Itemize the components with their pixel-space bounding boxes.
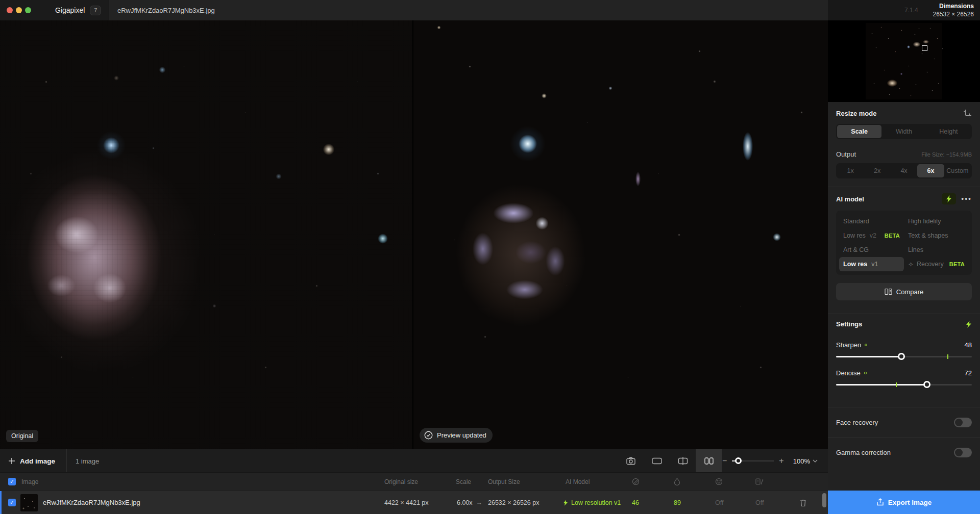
filename-tab[interactable]: eRwJfMKrZdaoR7JMgNb3xE.jpg [109,0,828,20]
scale-option-6x[interactable]: 6x [917,164,944,177]
slider-handle[interactable] [735,457,742,464]
trash-icon [799,499,807,507]
crop-icon[interactable] [963,109,972,118]
split-view-button[interactable] [670,449,696,473]
preview-canvas: Original Preview updated [0,20,828,449]
original-badge-label: Original [11,432,33,440]
scale-option-custom[interactable]: Custom [944,164,971,177]
scale-option-4x[interactable]: 4x [891,164,917,177]
sharpen-value: 48 [965,341,972,349]
tab-scale[interactable]: Scale [837,125,881,138]
tab-width[interactable]: Width [881,125,926,138]
slider-fill [836,384,927,386]
row-thumbnail [20,494,38,511]
tab-height[interactable]: Height [926,125,971,138]
denoise-slider-group: Denoise 72 [828,369,980,388]
denoise-value: 72 [965,369,972,377]
zoom-out-button[interactable]: − [722,456,727,466]
zoom-slider[interactable] [732,457,774,465]
divider [828,187,980,187]
ai-model-value: Low resolution v1 [571,499,621,506]
preview-updated-label: Preview updated [437,431,486,439]
model-low-res-v2[interactable]: Low res v2 BETA [839,228,904,243]
plus-icon [8,457,15,465]
zoom-level-dropdown[interactable]: 100% [793,457,818,465]
close-window-button[interactable] [7,7,13,13]
model-high-fidelity[interactable]: High fidelity [904,214,969,228]
navigator[interactable] [828,20,980,102]
denoise-slider[interactable] [836,381,972,388]
row-face-recovery: Off [715,491,723,514]
arrow-right-icon: → [476,499,483,506]
gamma-correction-row: Gamma correction [828,438,980,467]
column-original-size: Original size [384,473,418,491]
resize-mode-tabs: Scale Width Height [836,124,972,139]
list-scrollbar[interactable] [822,493,826,507]
model-label: Lines [908,246,923,253]
panel-body: Resize mode Scale Width Height Output Fi… [828,102,980,514]
selected-row-indicator [0,491,2,514]
zoom-level-value: 100% [793,457,810,465]
sharpen-label: Sharpen [836,341,861,349]
more-options-icon[interactable]: ••• [961,196,972,201]
row-ai-model: Low resolution v1 [563,491,621,514]
scale-option-2x[interactable]: 2x [864,164,890,177]
navigator-viewport-indicator[interactable] [922,45,927,51]
fullscreen-window-button[interactable] [25,7,31,13]
original-image-pane[interactable]: Original [0,20,412,449]
gamma-correction-label: Gamma correction [836,449,891,456]
lightning-bolt-icon[interactable] [942,193,956,204]
model-text-shapes[interactable]: Text & shapes [904,228,969,243]
model-art-cg[interactable]: Art & CG [839,243,904,257]
toggle-knob [955,449,963,456]
open-filename: eRwJfMKrZdaoR7JMgNb3xE.jpg [117,7,215,14]
row-checkbox[interactable]: ✓ [8,499,16,506]
sharpen-column-icon [632,473,640,491]
output-scale-options: 1x 2x 4x 6x Custom [836,163,972,178]
side-by-side-view-button[interactable] [696,449,722,473]
compare-button[interactable]: Compare [836,283,972,300]
export-image-button[interactable]: Export image [828,491,980,514]
column-image: Image [21,473,38,491]
slider-handle[interactable] [923,381,930,388]
model-lines[interactable]: Lines [904,243,969,257]
zoom-in-button[interactable]: + [779,456,783,466]
preview-image-pane[interactable]: Preview updated [412,20,828,449]
delete-row-button[interactable] [799,491,807,514]
face-recovery-toggle[interactable] [954,418,972,427]
output-label: Output [836,150,856,158]
model-low-res-v1[interactable]: Low res v1 [839,257,904,271]
model-version: v1 [871,261,878,268]
model-standard[interactable]: Standard [839,214,904,228]
minimize-window-button[interactable] [16,7,22,13]
add-image-button[interactable]: Add image [8,449,55,473]
resize-mode-title: Resize mode [836,110,876,117]
gamma-correction-toggle[interactable] [954,448,972,457]
lightning-bolt-icon [563,500,568,506]
settings-title: Settings [836,320,862,328]
export-icon [876,498,884,506]
single-view-button[interactable] [644,449,670,473]
column-output-size: Output Size [488,473,520,491]
slider-handle[interactable] [898,353,905,360]
snapshot-camera-button[interactable] [618,449,644,473]
select-all-checkbox[interactable]: ✓ [8,478,16,485]
denoise-label: Denoise [836,369,861,377]
lightning-bolt-icon[interactable] [966,321,972,328]
scale-option-1x[interactable]: 1x [837,164,864,177]
dimensions-readout: Dimensions 26532 × 26526 [933,2,974,18]
beta-badge: BETA [949,261,965,267]
add-image-label: Add image [20,457,55,465]
column-ai-model: AI Model [566,473,590,491]
model-recovery[interactable]: ✧ Recovery BETA [904,257,969,271]
zoom-controls: − + 100% [722,449,818,473]
queue-table-row[interactable]: ✓ eRwJfMKrZdaoR7JMgNb3xE.jpg 4422 × 4421… [0,491,828,514]
export-label: Export image [888,499,932,506]
divider [66,449,67,473]
sharpen-slider[interactable] [836,353,972,360]
compare-label: Compare [896,288,923,296]
file-size-estimate: File Size: ~154.9MB [921,151,972,158]
app-title: Gigapixel 7 [55,0,101,20]
row-gamma: Off [755,491,764,514]
compare-icon [885,288,892,295]
